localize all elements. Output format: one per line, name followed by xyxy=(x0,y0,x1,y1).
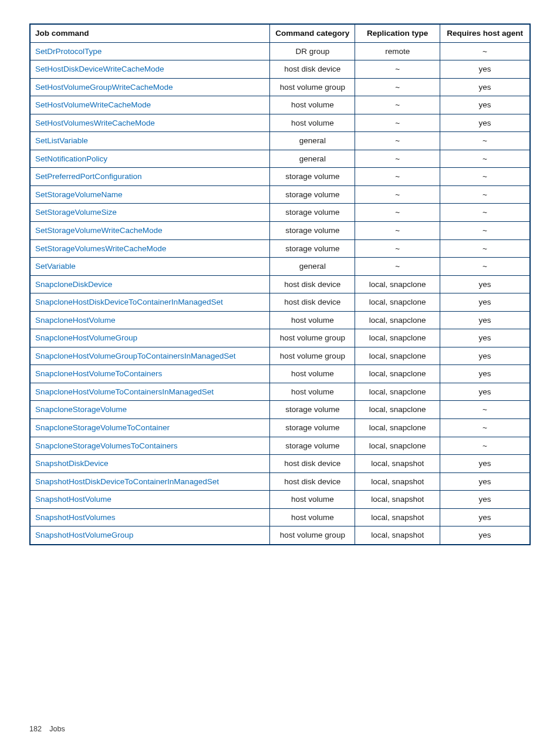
col-requires-host-agent: Requires host agent xyxy=(440,24,530,42)
job-command-link[interactable]: SetHostDiskDeviceWriteCacheMode xyxy=(35,65,164,73)
cell-replication-type: local, snapshot xyxy=(355,491,440,509)
job-command-link[interactable]: SnapshotHostVolumes xyxy=(35,513,116,522)
job-command-link[interactable]: SnapcloneStorageVolume xyxy=(35,405,127,414)
cell-job-command: SetDrProtocolType xyxy=(30,42,270,60)
cell-requires-host-agent: ~ xyxy=(440,239,530,258)
table-row: SetHostVolumesWriteCacheModehost volume~… xyxy=(30,114,530,132)
job-command-link[interactable]: SetHostVolumeGroupWriteCacheMode xyxy=(35,83,173,92)
job-command-link[interactable]: SnapshotDiskDevice xyxy=(35,459,109,468)
cell-command-category: storage volume xyxy=(270,419,355,437)
cell-requires-host-agent: ~ xyxy=(440,150,530,168)
cell-job-command: SnapcloneHostDiskDeviceToContainerInMana… xyxy=(30,293,270,312)
table-row: SnapshotDiskDevicehost disk devicelocal,… xyxy=(30,455,530,473)
cell-command-category: host volume xyxy=(270,383,355,401)
cell-requires-host-agent: ~ xyxy=(440,42,530,60)
cell-job-command: SnapcloneStorageVolumeToContainer xyxy=(30,419,270,437)
job-command-link[interactable]: SetVariable xyxy=(35,262,76,271)
job-command-link[interactable]: SetHostVolumesWriteCacheMode xyxy=(35,119,155,127)
cell-command-category: host volume xyxy=(270,311,355,329)
job-command-link[interactable]: SetListVariable xyxy=(35,136,88,145)
page-number: 182 xyxy=(29,725,42,733)
job-command-link[interactable]: SetHostVolumeWriteCacheMode xyxy=(35,100,151,109)
job-command-link[interactable]: SnapcloneHostVolumeToContainersInManaged… xyxy=(35,387,214,396)
job-command-link[interactable]: SnapcloneHostVolumeGroup xyxy=(35,333,137,342)
cell-replication-type: ~ xyxy=(355,239,440,258)
table-row: SnapshotHostVolumeGrouphost volume group… xyxy=(30,526,530,545)
table-row: SnapshotHostVolumehost volumelocal, snap… xyxy=(30,491,530,509)
cell-replication-type: local, snapclone xyxy=(355,293,440,312)
job-command-link[interactable]: SetDrProtocolType xyxy=(35,47,102,56)
cell-command-category: host disk device xyxy=(270,455,355,473)
cell-job-command: SnapshotHostVolume xyxy=(30,491,270,509)
job-command-link[interactable]: SnapcloneHostDiskDeviceToContainerInMana… xyxy=(35,298,223,306)
job-command-link[interactable]: SnapcloneStorageVolumesToContainers xyxy=(35,441,177,450)
cell-command-category: host disk device xyxy=(270,275,355,293)
table-row: SetNotificationPolicygeneral~~ xyxy=(30,150,530,168)
table-row: SnapcloneHostVolumeToContainershost volu… xyxy=(30,365,530,383)
job-command-link[interactable]: SnapshotHostVolume xyxy=(35,495,112,504)
table-row: SetStorageVolumesWriteCacheModestorage v… xyxy=(30,239,530,258)
job-command-link[interactable]: SnapcloneDiskDevice xyxy=(35,280,112,289)
cell-requires-host-agent: yes xyxy=(440,383,530,401)
job-command-link[interactable]: SnapcloneHostVolume xyxy=(35,316,116,325)
cell-job-command: SnapcloneHostVolumeToContainers xyxy=(30,365,270,383)
col-command-category: Command category xyxy=(270,24,355,42)
cell-requires-host-agent: ~ xyxy=(440,168,530,186)
table-row: SnapcloneHostDiskDeviceToContainerInMana… xyxy=(30,293,530,312)
cell-replication-type: ~ xyxy=(355,96,440,114)
job-command-link[interactable]: SnapshotHostVolumeGroup xyxy=(35,531,133,539)
job-command-link[interactable]: SetNotificationPolicy xyxy=(35,154,107,163)
table-row: SetPreferredPortConfigurationstorage vol… xyxy=(30,168,530,186)
cell-requires-host-agent: yes xyxy=(440,526,530,545)
cell-command-category: host volume xyxy=(270,96,355,114)
table-row: SnapshotHostDiskDeviceToContainerInManag… xyxy=(30,472,530,491)
cell-job-command: SnapcloneHostVolumeGroupToContainersInMa… xyxy=(30,347,270,365)
cell-job-command: SnapcloneHostVolume xyxy=(30,311,270,329)
cell-command-category: general xyxy=(270,132,355,150)
jobs-table: Job command Command category Replication… xyxy=(29,23,531,545)
cell-command-category: host volume xyxy=(270,114,355,132)
cell-requires-host-agent: yes xyxy=(440,472,530,491)
job-command-link[interactable]: SetStorageVolumeWriteCacheMode xyxy=(35,226,163,235)
cell-command-category: storage volume xyxy=(270,168,355,186)
cell-requires-host-agent: ~ xyxy=(440,204,530,222)
cell-replication-type: local, snapshot xyxy=(355,508,440,526)
table-row: SnapcloneStorageVolumesToContainersstora… xyxy=(30,437,530,455)
cell-replication-type: ~ xyxy=(355,185,440,204)
cell-requires-host-agent: ~ xyxy=(440,419,530,437)
cell-job-command: SnapcloneDiskDevice xyxy=(30,275,270,293)
cell-job-command: SetHostVolumeGroupWriteCacheMode xyxy=(30,78,270,96)
cell-requires-host-agent: yes xyxy=(440,78,530,96)
cell-command-category: host disk device xyxy=(270,293,355,312)
cell-requires-host-agent: yes xyxy=(440,311,530,329)
cell-job-command: SetListVariable xyxy=(30,132,270,150)
job-command-link[interactable]: SnapcloneStorageVolumeToContainer xyxy=(35,423,170,432)
cell-command-category: general xyxy=(270,258,355,276)
cell-job-command: SetVariable xyxy=(30,258,270,276)
cell-requires-host-agent: yes xyxy=(440,491,530,509)
cell-command-category: host volume group xyxy=(270,78,355,96)
job-command-link[interactable]: SnapshotHostDiskDeviceToContainerInManag… xyxy=(35,477,219,486)
table-header-row: Job command Command category Replication… xyxy=(30,24,530,42)
job-command-link[interactable]: SnapcloneHostVolumeGroupToContainersInMa… xyxy=(35,352,235,360)
job-command-link[interactable]: SetStorageVolumeName xyxy=(35,190,123,199)
col-replication-type: Replication type xyxy=(355,24,440,42)
job-command-link[interactable]: SnapcloneHostVolumeToContainers xyxy=(35,369,162,378)
cell-requires-host-agent: ~ xyxy=(440,258,530,276)
cell-job-command: SetHostVolumeWriteCacheMode xyxy=(30,96,270,114)
cell-requires-host-agent: ~ xyxy=(440,185,530,204)
cell-replication-type: ~ xyxy=(355,204,440,222)
job-command-link[interactable]: SetStorageVolumeSize xyxy=(35,208,117,217)
cell-command-category: host disk device xyxy=(270,472,355,491)
cell-requires-host-agent: ~ xyxy=(440,132,530,150)
table-row: SnapcloneStorageVolumestorage volumeloca… xyxy=(30,401,530,419)
cell-job-command: SnapshotHostDiskDeviceToContainerInManag… xyxy=(30,472,270,491)
cell-replication-type: local, snapclone xyxy=(355,365,440,383)
cell-requires-host-agent: yes xyxy=(440,508,530,526)
cell-replication-type: local, snapclone xyxy=(355,419,440,437)
table-row: SetStorageVolumeSizestorage volume~~ xyxy=(30,204,530,222)
cell-job-command: SnapshotDiskDevice xyxy=(30,455,270,473)
job-command-link[interactable]: SetPreferredPortConfiguration xyxy=(35,172,142,181)
page: Job command Command category Replication… xyxy=(0,0,560,746)
job-command-link[interactable]: SetStorageVolumesWriteCacheMode xyxy=(35,244,166,253)
